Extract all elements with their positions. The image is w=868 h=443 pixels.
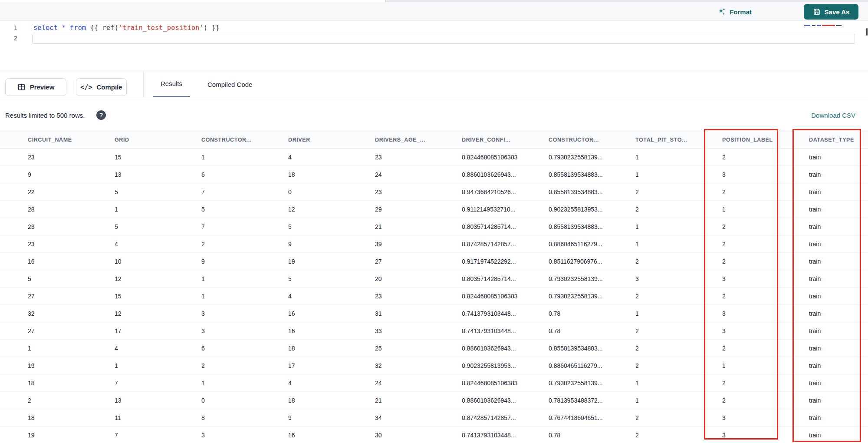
code-token: * — [62, 24, 66, 32]
table-cell: 0.7930232558139... — [542, 154, 629, 161]
table-cell: 4 — [282, 293, 369, 300]
column-header: DRIVER — [282, 137, 369, 143]
table-row: 14618250.8860103626943...0.8558139534883… — [0, 340, 868, 357]
code-icon: </> — [80, 83, 92, 91]
table-cell: 27 — [22, 327, 108, 334]
active-line-highlight — [32, 34, 855, 44]
line-number: 2 — [8, 35, 17, 42]
table-cell: 0.8035714285714... — [456, 275, 542, 282]
table-cell: 31 — [369, 310, 456, 317]
table-cell: 0.8742857142857... — [456, 241, 542, 248]
column-header: DRIVERS_AGE_... — [369, 137, 456, 143]
tab-compiled-code[interactable]: Compiled Code — [200, 71, 260, 97]
table-cell: 2 — [629, 362, 716, 369]
code-editor[interactable]: 1 2 select * from {{ ref('train_test_pos… — [0, 21, 868, 71]
table-cell: 1 — [629, 380, 716, 387]
column-header: CONSTRUCTOR... — [542, 137, 629, 143]
table-cell: 2 — [716, 188, 803, 195]
question-mark-icon[interactable]: ? — [96, 110, 106, 120]
table-cell: train — [803, 380, 868, 387]
table-cell: train — [803, 362, 868, 369]
line-number: 1 — [8, 24, 17, 31]
table-cell: 2 — [629, 258, 716, 265]
table-cell: 3 — [716, 414, 803, 421]
table-cell: 3 — [716, 327, 803, 334]
table-cell: train — [803, 188, 868, 195]
table-cell: 29 — [369, 206, 456, 213]
table-cell: 2 — [629, 414, 716, 421]
preview-button[interactable]: Preview — [5, 78, 66, 96]
table-cell: train — [803, 258, 868, 265]
table-cell: 33 — [369, 327, 456, 334]
table-cell: 0.7813953488372... — [542, 397, 629, 404]
compile-button[interactable]: </> Compile — [76, 78, 127, 96]
table-cell: 1 — [629, 310, 716, 317]
table-cell: 0.9023255813953... — [542, 206, 629, 213]
save-as-label: Save As — [825, 8, 850, 16]
table-body: 231514230.8244680851063830.7930232558139… — [0, 149, 868, 443]
table-cell: 2 — [716, 380, 803, 387]
column-header: CONSTRUCTOR... — [195, 137, 282, 143]
table-icon — [17, 83, 26, 91]
table-cell: 2 — [22, 397, 108, 404]
table-cell: 1 — [629, 397, 716, 404]
table-cell: 3 — [716, 275, 803, 282]
save-as-button[interactable]: Save As — [804, 4, 858, 20]
table-row: 3212316310.7413793103448...0.7813train — [0, 305, 868, 322]
table-cell: 3 — [716, 310, 803, 317]
table-cell: 1 — [195, 380, 282, 387]
table-cell: train — [803, 154, 868, 161]
table-cell: 2 — [716, 293, 803, 300]
format-label: Format — [730, 8, 752, 16]
code-line-1[interactable]: select * from {{ ref('train_test_positio… — [33, 24, 220, 32]
table-cell: 3 — [195, 310, 282, 317]
table-cell: 16 — [282, 310, 369, 317]
table-cell: 4 — [108, 345, 195, 352]
table-cell: 1 — [629, 241, 716, 248]
column-header: DATASET_TYPE — [803, 137, 868, 143]
table-cell: 17 — [108, 327, 195, 334]
table-cell: train — [803, 171, 868, 178]
table-cell: 7 — [108, 380, 195, 387]
editor-toolbar: Format Save As — [0, 2, 868, 21]
table-row: 51215200.8035714285714...0.7930232558139… — [0, 270, 868, 288]
table-cell: 3 — [716, 171, 803, 178]
format-button[interactable]: Format — [717, 5, 752, 18]
code-token: from — [70, 24, 86, 32]
table-cell: 19 — [22, 362, 108, 369]
table-cell: 9 — [282, 414, 369, 421]
table-cell: 18 — [282, 171, 369, 178]
download-csv-link[interactable]: Download CSV — [811, 112, 855, 119]
table-cell: 4 — [108, 241, 195, 248]
column-header: POSITION_LABEL — [716, 137, 803, 143]
table-cell: 23 — [369, 154, 456, 161]
table-cell: train — [803, 293, 868, 300]
column-header: TOTAL_PIT_STO... — [629, 137, 716, 143]
table-cell: 17 — [282, 362, 369, 369]
table-cell: train — [803, 414, 868, 421]
table-cell: 0.8860465116279... — [542, 362, 629, 369]
table-row: 1610919270.9171974522292...0.85116279069… — [0, 253, 868, 270]
table-cell: 1 — [716, 206, 803, 213]
table-cell: 21 — [369, 223, 456, 230]
compile-label: Compile — [96, 83, 122, 91]
table-cell: 0.8511627906976... — [542, 258, 629, 265]
scrollbar-thumb[interactable] — [866, 28, 868, 36]
code-token: 'train_test_position' — [118, 24, 204, 32]
table-cell: 0.9023255813953... — [456, 362, 542, 369]
table-cell: 13 — [108, 171, 195, 178]
table-cell: train — [803, 206, 868, 213]
table-cell: 5 — [282, 275, 369, 282]
table-cell: train — [803, 241, 868, 248]
table-cell: 20 — [369, 275, 456, 282]
column-header: CIRCUIT_NAME — [22, 137, 108, 143]
table-cell: 22 — [22, 188, 108, 195]
table-header-row: CIRCUIT_NAMEGRIDCONSTRUCTOR...DRIVERDRIV… — [0, 131, 868, 149]
table-cell: 2 — [629, 206, 716, 213]
table-cell: 2 — [629, 188, 716, 195]
table-cell: train — [803, 345, 868, 352]
table-row: 23575210.8035714285714...0.8558139534883… — [0, 218, 868, 235]
code-token: ref( — [102, 24, 118, 32]
tab-results[interactable]: Results — [153, 71, 190, 97]
save-icon — [813, 8, 821, 16]
